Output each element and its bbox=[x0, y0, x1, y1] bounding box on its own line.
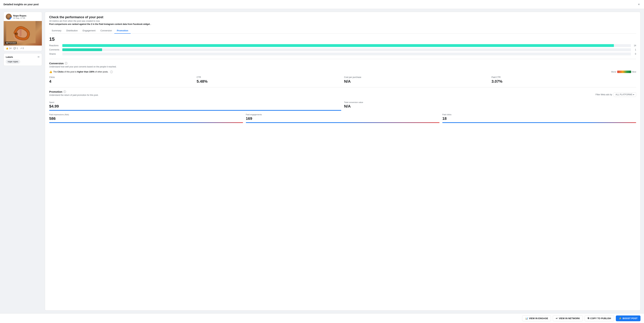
reactions-label: Reactions bbox=[49, 44, 60, 47]
comments-label: Comments bbox=[49, 48, 60, 51]
shares-bar-track bbox=[62, 52, 631, 55]
reactions-bar-fill bbox=[62, 44, 614, 47]
paid-impressions-label: Paid impressions (Ads) bbox=[49, 114, 243, 116]
shares-stat: ↗ 0 bbox=[20, 47, 24, 50]
paid-clicks-value: 18 bbox=[442, 116, 636, 121]
labels-card: Labels ✏ nope ropes bbox=[4, 53, 42, 66]
conversion-title-text: Conversion bbox=[49, 62, 64, 65]
scale-indicator bbox=[630, 70, 630, 73]
image-icon: 🖼 bbox=[6, 42, 8, 44]
chevron-down-icon: ▾ bbox=[633, 93, 634, 96]
thumbs-up-icon: 👍 bbox=[49, 70, 52, 73]
boost-post-button[interactable]: ⚡ BOOST POST bbox=[616, 316, 640, 321]
promo-spent: Spent $4.99 bbox=[49, 101, 341, 111]
labels-title: Labels bbox=[6, 56, 13, 58]
share-icon: ↗ bbox=[20, 47, 22, 50]
promotion-desc: Understand the return of paid promotion … bbox=[49, 94, 98, 96]
total-conversion-value: N/A bbox=[344, 104, 636, 108]
reactions-bar-track bbox=[62, 44, 631, 47]
likes-count: 14 bbox=[9, 47, 12, 50]
promotion-section: Promotion i Understand the return of pai… bbox=[49, 90, 636, 123]
bottom-bar: 📊 VIEW IN ENGAGE ↩ VIEW IN NETWORK ⧉ COP… bbox=[0, 313, 644, 323]
promo-total-conversion: Total conversion value N/A bbox=[344, 101, 636, 111]
cost-per-purchase-value: N/A bbox=[344, 79, 489, 84]
engage-icon: 📊 bbox=[525, 317, 528, 320]
clicks-label: Clicks bbox=[49, 76, 194, 78]
post-date: 13 Sep, 17:35 bbox=[13, 17, 26, 19]
metrics-grid: Clicks 4 CTR 5.48% Cost per purchase N/A… bbox=[49, 76, 636, 84]
paid-engagements-value: 169 bbox=[246, 116, 440, 121]
right-panel[interactable]: Check the performance of your post All m… bbox=[45, 12, 640, 310]
edit-icon[interactable]: ✏ bbox=[38, 56, 40, 58]
post-image-svg bbox=[4, 21, 38, 43]
panel-title: Check the performance of your post bbox=[49, 16, 636, 19]
spent-value: $4.99 bbox=[49, 104, 341, 108]
promo-paid-impressions: Paid impressions (Ads) 586 bbox=[49, 114, 243, 123]
label-tag[interactable]: nope ropes bbox=[6, 60, 20, 64]
promo-paid-clicks: Paid clicks 18 bbox=[442, 114, 636, 123]
promotion-title-block: Promotion i Understand the return of pai… bbox=[49, 90, 98, 99]
conversion-info-icon[interactable]: i bbox=[65, 62, 68, 65]
comments-value: 1 bbox=[632, 48, 636, 51]
platform-select[interactable]: ALL PLATFORMS ▾ bbox=[614, 92, 636, 97]
svg-point-9 bbox=[16, 33, 16, 34]
tab-engagement[interactable]: Engagement bbox=[80, 28, 98, 34]
total-conversion-label: Total conversion value bbox=[344, 101, 636, 103]
clicks-value: 4 bbox=[49, 79, 194, 84]
bar-row-shares: Shares 0 bbox=[49, 52, 636, 55]
close-button[interactable]: × bbox=[637, 2, 640, 7]
post-stats: 👍 14 💬 1 ↗ 0 bbox=[4, 46, 42, 51]
tab-distribution[interactable]: Distribution bbox=[64, 28, 80, 34]
view-in-engage-button[interactable]: 📊 VIEW IN ENGAGE bbox=[522, 316, 551, 321]
perf-text: The Clicks of this post is higher than 1… bbox=[53, 70, 108, 73]
reactions-value: 14 bbox=[632, 44, 636, 47]
engagement-total: 15 bbox=[49, 36, 636, 42]
filter-row: Filter Meta ads by ALL PLATFORMS ▾ bbox=[596, 92, 636, 97]
view-in-engage-label: VIEW IN ENGAGE bbox=[529, 317, 548, 320]
comment-icon: 💬 bbox=[14, 47, 16, 50]
post-card: f Nope Ropes 13 Sep, 17:35 bbox=[4, 12, 42, 51]
promo-bottom-grid: Paid impressions (Ads) 586 Paid engageme… bbox=[49, 114, 636, 123]
like-icon: 👍 bbox=[6, 47, 8, 50]
svg-point-8 bbox=[15, 33, 16, 34]
promo-top-grid: Spent $4.99 Total conversion value N/A bbox=[49, 101, 636, 111]
metric-cost-per-purchase: Cost per purchase N/A bbox=[344, 76, 489, 84]
paid-clicks-bar bbox=[442, 122, 636, 123]
bar-row-reactions: Reactions 14 bbox=[49, 44, 636, 47]
tab-conversion[interactable]: Conversion bbox=[98, 28, 114, 34]
shares-count: 0 bbox=[22, 47, 24, 50]
page-title: Detailed insights on your post bbox=[4, 3, 39, 6]
perf-scale: Worst Best bbox=[611, 70, 636, 73]
shares-value: 0 bbox=[632, 53, 636, 55]
cost-per-purchase-label: Cost per purchase bbox=[344, 76, 489, 78]
left-panel: f Nope Ropes 13 Sep, 17:35 bbox=[4, 12, 42, 310]
panel-subtitle2: Post comparisons are ranked against the … bbox=[49, 23, 636, 26]
paid-clicks-label: Paid clicks bbox=[442, 114, 636, 116]
conversion-title: Conversion i bbox=[49, 62, 636, 65]
conversion-desc: Understand how well your post converts b… bbox=[49, 66, 636, 68]
tab-summary[interactable]: Summary bbox=[49, 28, 64, 34]
promotion-info-icon[interactable]: i bbox=[64, 90, 66, 93]
comments-bar-fill bbox=[62, 48, 102, 51]
copy-icon: ⧉ bbox=[588, 317, 589, 320]
view-in-network-label: VIEW IN NETWORK bbox=[559, 317, 580, 320]
boost-icon: ⚡ bbox=[619, 317, 622, 320]
comments-count: 1 bbox=[17, 47, 18, 50]
paid-impressions-bar bbox=[49, 122, 243, 123]
perf-info-icon[interactable]: i bbox=[110, 70, 113, 73]
post-image: 🖼 Promoted bbox=[4, 21, 42, 46]
view-in-network-button[interactable]: ↩ VIEW IN NETWORK bbox=[553, 316, 583, 321]
platform-value: ALL PLATFORMS bbox=[616, 93, 632, 96]
copy-to-publish-label: COPY TO PUBLISH bbox=[590, 317, 611, 320]
copy-to-publish-button[interactable]: ⧉ COPY TO PUBLISH bbox=[585, 315, 614, 321]
scale-best-label: Best bbox=[632, 71, 636, 73]
paid-ctr-value: 3.07% bbox=[492, 79, 636, 84]
bar-rows: Reactions 14 Comments 1 Shares bbox=[49, 44, 636, 55]
performance-badge: 👍 The Clicks of this post is higher than… bbox=[49, 70, 636, 73]
spent-bar bbox=[49, 110, 341, 111]
panel-subtitle1: All metrics are from when the post was c… bbox=[49, 20, 636, 22]
bar-row-comments: Comments 1 bbox=[49, 48, 636, 51]
paid-engagements-label: Paid engagements bbox=[246, 114, 440, 116]
tab-promotion[interactable]: Promotion bbox=[114, 28, 130, 34]
ctr-value: 5.48% bbox=[197, 79, 341, 84]
